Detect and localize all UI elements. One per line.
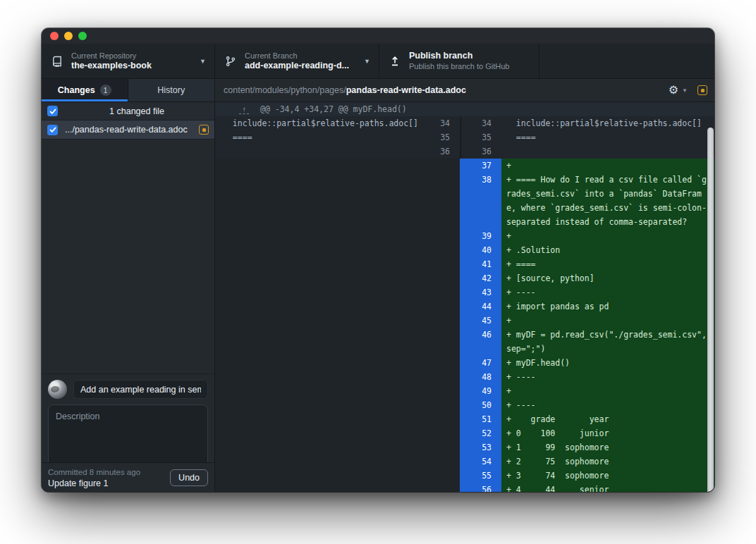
diff-row[interactable]: 39+ xyxy=(215,229,714,243)
new-num[interactable]: 42 xyxy=(460,271,501,285)
diff-row[interactable]: 52+ 0 100 junior xyxy=(215,426,714,440)
old-num[interactable] xyxy=(423,299,460,314)
diff-row[interactable]: 51+ grade year xyxy=(215,412,714,426)
new-num[interactable]: 51 xyxy=(460,412,501,426)
old-num[interactable] xyxy=(423,455,460,469)
new-num[interactable]: 40 xyxy=(460,243,501,257)
old-num[interactable] xyxy=(423,469,460,483)
new-num[interactable]: 38 xyxy=(460,173,501,229)
publish-branch-button[interactable]: Publish branch Publish this branch to Gi… xyxy=(379,44,539,78)
diff-row[interactable]: 48+ ---- xyxy=(215,370,714,384)
current-repository-label: Current Repository xyxy=(71,51,194,61)
new-num[interactable]: 44 xyxy=(460,299,501,314)
old-num[interactable] xyxy=(423,173,460,229)
new-num[interactable]: 36 xyxy=(460,144,501,159)
file-path-filename: pandas-read-write-data.adoc xyxy=(346,85,466,95)
select-all-checkbox[interactable] xyxy=(47,106,58,116)
diff-row[interactable]: 3636 xyxy=(215,144,714,159)
old-num[interactable] xyxy=(423,314,460,328)
new-num[interactable]: 47 xyxy=(460,356,501,370)
changed-files-summary-row[interactable]: 1 changed file xyxy=(42,102,214,120)
new-num[interactable]: 56 xyxy=(460,483,501,492)
diff-row[interactable]: 46+ myDF = pd.read_csv("./grades_semi.cs… xyxy=(215,328,714,356)
new-num[interactable]: 54 xyxy=(460,455,501,469)
file-list-item[interactable]: .../pandas-read-write-data.adoc xyxy=(42,120,214,140)
old-num[interactable] xyxy=(423,370,460,384)
zoom-button[interactable] xyxy=(78,32,87,40)
old-num[interactable] xyxy=(423,271,460,285)
current-repository-button[interactable]: Current Repository the-examples-book ▼ xyxy=(42,44,215,78)
new-num[interactable]: 41 xyxy=(460,257,501,271)
new-num[interactable]: 34 xyxy=(460,116,501,130)
diff-options-button[interactable]: ⚙ ▼ xyxy=(669,85,688,96)
old-num[interactable] xyxy=(423,285,460,299)
tab-history[interactable]: History xyxy=(128,79,215,101)
old-num[interactable] xyxy=(423,328,460,356)
undo-button[interactable]: Undo xyxy=(170,469,208,486)
minimize-button[interactable] xyxy=(64,32,73,40)
commit-description-input[interactable] xyxy=(49,405,207,462)
old-content-text xyxy=(215,455,423,469)
close-button[interactable] xyxy=(50,32,59,40)
sidebar-tabs: Changes 1 History xyxy=(42,79,214,102)
new-num[interactable]: 37 xyxy=(460,159,501,173)
diff-row[interactable]: 41+ ==== xyxy=(215,257,714,271)
new-num[interactable]: 39 xyxy=(460,229,501,243)
old-num[interactable] xyxy=(423,229,460,243)
old-num[interactable] xyxy=(423,426,460,440)
diff-row[interactable]: 45+ xyxy=(215,314,714,328)
commit-summary-input[interactable] xyxy=(73,380,208,399)
new-num[interactable]: 48 xyxy=(460,370,501,384)
title-bar[interactable] xyxy=(42,28,714,44)
old-num[interactable] xyxy=(423,159,460,173)
diff-row[interactable]: 44+ import pandas as pd xyxy=(215,299,714,314)
diff-row[interactable]: 37+ xyxy=(215,159,714,173)
diff-scrollbar[interactable] xyxy=(707,128,714,492)
old-num[interactable] xyxy=(423,440,460,455)
new-num[interactable]: 45 xyxy=(460,314,501,328)
new-num[interactable]: 52 xyxy=(460,426,501,440)
diff-row[interactable]: 55+ 3 74 sophomore xyxy=(215,469,714,483)
new-num[interactable]: 50 xyxy=(460,398,501,412)
new-num[interactable]: 43 xyxy=(460,285,501,299)
old-num[interactable] xyxy=(423,483,460,492)
new-num[interactable]: 35 xyxy=(460,130,501,144)
diff-row[interactable]: 43+ ---- xyxy=(215,285,714,299)
current-branch-label: Current Branch xyxy=(245,51,358,61)
new-num[interactable]: 53 xyxy=(460,440,501,455)
old-num[interactable] xyxy=(423,257,460,271)
new-num[interactable]: 49 xyxy=(460,384,501,398)
modified-file-icon xyxy=(199,125,209,135)
diff-row[interactable]: 47+ myDF.head() xyxy=(215,356,714,370)
diff-row[interactable]: ====3535 ==== xyxy=(215,130,714,144)
expand-hunk-icon[interactable]: ↑ xyxy=(228,102,260,116)
diff-row[interactable]: 42+ [source, python] xyxy=(215,271,714,285)
diff-row[interactable]: 49+ xyxy=(215,384,714,398)
diff-row[interactable]: 56+ 4 44 senior xyxy=(215,483,714,492)
old-num[interactable] xyxy=(423,412,460,426)
diff-row[interactable]: 53+ 1 99 sophomore xyxy=(215,440,714,455)
github-desktop-window: Current Repository the-examples-book ▼ C… xyxy=(42,28,714,492)
diff-row[interactable]: include::partial$relative-paths.adoc[]34… xyxy=(215,116,714,130)
diff-row[interactable]: 54+ 2 75 sophomore xyxy=(215,455,714,469)
publish-branch-title: Publish branch xyxy=(409,51,530,61)
new-content-text: include::partial$relative-paths.adoc[] xyxy=(501,116,714,130)
old-num[interactable]: 35 xyxy=(423,130,460,144)
file-checkbox[interactable] xyxy=(47,125,58,135)
new-num[interactable]: 46 xyxy=(460,328,501,356)
diff-row[interactable]: 50+ ---- xyxy=(215,398,714,412)
old-num[interactable] xyxy=(423,398,460,412)
new-content-text: + ---- xyxy=(501,285,714,299)
diff-row[interactable]: 38+ ==== How do I read a csv file called… xyxy=(215,173,714,229)
diff-row[interactable]: 40+ .Solution xyxy=(215,243,714,257)
new-num[interactable]: 55 xyxy=(460,469,501,483)
old-num[interactable]: 34 xyxy=(423,116,460,130)
new-content-text: ==== xyxy=(501,130,714,144)
old-num[interactable] xyxy=(423,243,460,257)
old-num[interactable]: 36 xyxy=(423,144,460,159)
old-num[interactable] xyxy=(423,356,460,370)
current-branch-button[interactable]: Current Branch add-example-reading-d... … xyxy=(215,44,379,78)
tab-changes[interactable]: Changes 1 xyxy=(42,79,128,101)
old-content-text xyxy=(215,299,423,314)
old-num[interactable] xyxy=(423,384,460,398)
